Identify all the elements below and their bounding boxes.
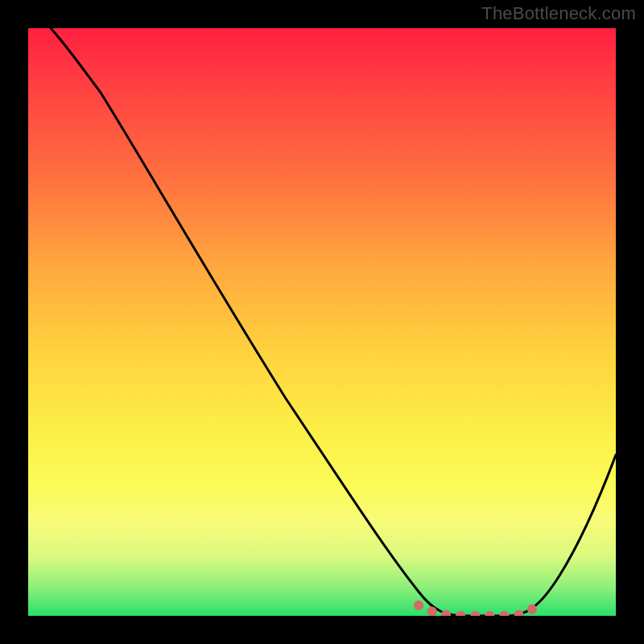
bottleneck-curve-line bbox=[28, 28, 616, 616]
curve-svg bbox=[28, 28, 616, 616]
bottleneck-flat-marker-line bbox=[419, 605, 534, 616]
plot-area bbox=[28, 28, 616, 616]
watermark-text: TheBottleneck.com bbox=[481, 3, 636, 24]
chart-frame: TheBottleneck.com bbox=[0, 0, 644, 644]
